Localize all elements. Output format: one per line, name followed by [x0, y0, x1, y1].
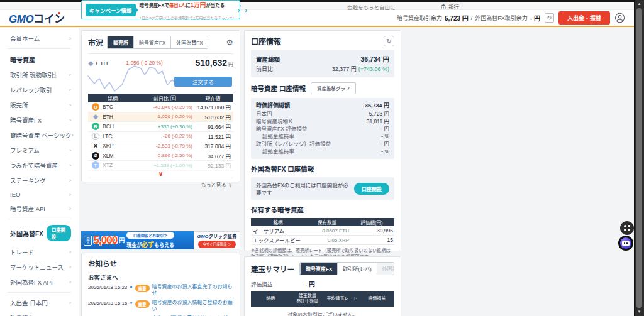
sidebar-item[interactable]: IEO › [0, 188, 79, 201]
sidebar-item[interactable]: マーケットニュース › [0, 259, 79, 275]
positions-tab[interactable]: 外国為替FX [377, 263, 394, 275]
ad-max-badge: 最大 [84, 236, 92, 246]
gear-icon[interactable]: ⚙ [226, 38, 233, 47]
crypto-account-section-title: 暗号資産 口座情報 [251, 84, 306, 93]
market-row[interactable]: ×XRP -2.533 (-0.79 %) 317.084 円 [88, 141, 233, 151]
positions-col: 評価損益 [360, 296, 394, 302]
total-assets-label: 資産総額 [256, 55, 280, 64]
asset-graph-button[interactable]: 資産推移グラフ [311, 82, 357, 94]
holdings-row[interactable]: エックスアールピー 0.05 XRP 15 [251, 236, 394, 245]
market-tab[interactable]: 販売所 [108, 36, 133, 48]
positions-tab[interactable]: 取引所(レバ) [337, 263, 376, 275]
sidebar-item-label: 暗号資産 API [10, 204, 45, 213]
chevron-right-icon: › [238, 6, 240, 14]
sidebar-item-label: つみたて暗号資産 [10, 161, 58, 170]
deposit-transfer-button[interactable]: 入出金・振替 [558, 11, 610, 25]
bank-service-link[interactable]: 銀行 [440, 3, 459, 10]
account-row-label: 証拠金維持率 [262, 148, 294, 155]
page: 金融をもっと自由に 銀行 GMOコイン 暗号資産取引余力 5,723 円 / 外… [0, 0, 644, 316]
news-item[interactable]: 2026/01/18 16:16 ● 重要 暗号資産のお預入情報ご登録のお願い [88, 300, 233, 313]
chevron-right-icon: › [69, 87, 71, 93]
campaign-badge: キャンペーン情報 [86, 4, 136, 16]
campaign-banner[interactable]: キャンペーン情報 暗号資産FXで毎日1人に1万円が当たる 1日に600万円以上の… [81, 0, 240, 19]
sidebar-item[interactable]: ステーキング › [0, 173, 79, 188]
sidebar-item[interactable]: 外国為替FX API › [0, 275, 79, 290]
see-more-link[interactable]: もっと見る ≫ [88, 178, 233, 190]
market-row[interactable]: BBTC -43,840 (-0.29 %) 14,671,868 円 [88, 102, 233, 112]
coin-change: +335 (+0.36 %) [137, 124, 192, 129]
refresh-balance-icon[interactable]: ↻ [545, 13, 554, 23]
market-row[interactable]: TXTZ +1.538 (+1.60 %) 92.133 円 [88, 161, 233, 171]
scrollbar-thumb[interactable] [636, 8, 642, 308]
chevron-right-icon: › [69, 35, 71, 41]
sidebar-item-label: レバレッジ取引 [10, 85, 52, 94]
gmo-click-ad-banner[interactable]: 最大 5,000 円 口座開設とお取引で 現金が必ずもらえる GMOクリック証券… [81, 231, 240, 249]
account-row: 時価評価総額 36,734 円 [256, 102, 389, 110]
account-row-value: 5,723 円 [369, 110, 389, 117]
sidebar-item[interactable]: 暗号資産 › [0, 310, 79, 316]
ad-cta-button[interactable]: 今すぐ口座開設 ＞ [198, 241, 236, 248]
sidebar-item[interactable] [8, 48, 71, 49]
holding-qty: 0.05 XRP [305, 237, 349, 243]
col-symbol: 銘柄 [88, 95, 137, 102]
expand-table-icon[interactable]: ∨ [88, 171, 233, 177]
holdings-row[interactable]: イーサリアム 0.0607 ETH 30,995 [251, 226, 394, 236]
market-row[interactable]: ◆ETH -1,056 (-0.20 %) 510,632 円 [88, 112, 233, 123]
market-tab[interactable]: 外国為替FX [170, 36, 208, 48]
bank-label: 銀行 [448, 3, 459, 10]
sidebar-open-account-badge[interactable]: 口座開設 [47, 225, 71, 241]
account-info-panel: 口座情報 ↻ 資産総額36,734 円 前日比32,377 円(+743.06 … [244, 30, 401, 251]
account-row-value: 36,734 円 [365, 102, 389, 110]
chatbot-button[interactable] [618, 236, 633, 251]
sidebar-item[interactable]: レバレッジ取引 › [0, 82, 79, 97]
account-icon[interactable] [614, 13, 625, 23]
sidebar-item[interactable]: 暗号資産FX › [0, 112, 79, 128]
account-row-label: 暗号資産FX 評価損益 [256, 125, 307, 133]
sidebar-item-label: トレード [10, 248, 34, 256]
market-row[interactable]: BBCH +335 (+0.36 %) 91,664 円 [88, 122, 233, 132]
scroll-up-icon[interactable]: ▲ [635, 0, 644, 8]
fx-open-account-button[interactable]: 口座開設 [354, 183, 389, 195]
market-row[interactable]: ØXLM -0.890 (-2.50 %) 34.677 円 [88, 151, 233, 161]
sidebar-item[interactable]: 貸暗号資産 ベーシック › [0, 128, 79, 143]
sidebar-item[interactable] [8, 219, 71, 219]
coin-change: -1,056 (-0.20 %) [137, 114, 192, 119]
dod-label: 前日比 [256, 65, 273, 74]
market-header: 市況 販売所 暗号資産FX 外国為替FX ⚙ [88, 36, 233, 54]
coin-price: 510,632 円 [192, 113, 233, 121]
positions-tab[interactable]: 暗号資産FX [300, 263, 337, 275]
sidebar-item[interactable]: つみたて暗号資産 › [0, 158, 79, 173]
col-price: 現在値 [192, 95, 233, 102]
sidebar-item[interactable] [8, 292, 71, 293]
window-scrollbar[interactable]: ▲ ▼ [634, 0, 644, 316]
order-button[interactable]: 注文する [174, 77, 232, 87]
coin-change: -26 (-0.22 %) [137, 133, 192, 139]
holding-qty: 0.0607 ETH [305, 228, 349, 234]
coin-symbol: BCH [103, 123, 114, 129]
sidebar-item[interactable]: 販売所 › [0, 97, 79, 112]
sidebar-item[interactable]: 会員ホーム › [0, 31, 79, 46]
chevron-right-icon: › [69, 117, 71, 123]
sidebar-item[interactable]: トレード › [0, 244, 79, 259]
news-link[interactable]: 暗号資産のお預入審査完了のお知らせ [152, 284, 233, 297]
sidebar-item[interactable]: プレミアム › [0, 143, 79, 158]
scroll-down-icon[interactable]: ▼ [635, 308, 644, 316]
sort-icon[interactable]: ⇅ [170, 95, 176, 101]
news-list: 2026/01/18 16:23 ● 重要 暗号資産のお預入審査完了のお知らせ … [88, 284, 233, 316]
news-item[interactable]: 2026/01/18 16:23 ● 重要 暗号資産のお預入審査完了のお知らせ [88, 284, 233, 297]
account-row-label: 日本円 [256, 110, 272, 117]
sidebar-item[interactable]: 外国為替FX 口座開設 [0, 222, 79, 244]
sidebar-item[interactable]: 入出金 日本円 › [0, 295, 79, 310]
market-row[interactable]: LLTC -26 (-0.22 %) 11,521 円 [88, 132, 233, 142]
widget-menu-button[interactable] [620, 221, 634, 235]
positions-table-header: 銘柄 建玉数量発注中数量 平均建玉レート 評価損益 [251, 291, 394, 307]
gmo-coin-logo[interactable]: GMOコイン [9, 10, 66, 26]
col-name: 銘柄 [251, 219, 305, 226]
news-link[interactable]: 暗号資産のお預入情報ご登録のお願い [152, 300, 233, 313]
market-tab[interactable]: 暗号資産FX [133, 36, 170, 48]
sidebar-item[interactable]: 暗号資産 [0, 52, 79, 67]
sidebar-item[interactable]: 暗号資産 API › [0, 201, 79, 216]
sidebar-item[interactable]: 取引所 現物取引 › [0, 67, 79, 82]
refresh-account-icon[interactable]: ↻ [384, 36, 394, 46]
sidebar-item-label: 暗号資産 [10, 313, 34, 316]
